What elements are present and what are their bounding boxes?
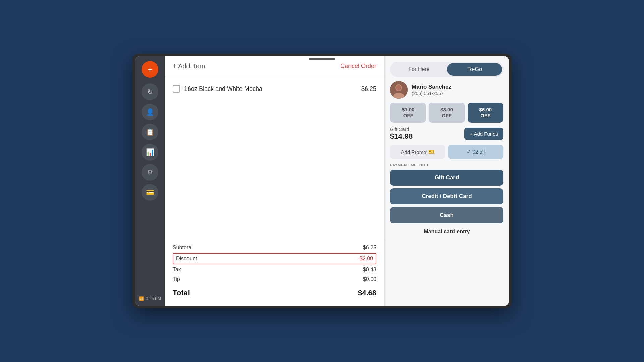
customer-name: Mario Sanchez <box>412 84 451 90</box>
promo-applied-button[interactable]: ✓ $2 off <box>448 145 503 159</box>
order-panel: + Add Item Cancel Order 16oz Black and W… <box>165 56 385 306</box>
discount-1-button[interactable]: $1.00 OFF <box>390 103 426 123</box>
sidebar-add-button[interactable]: + <box>142 61 158 78</box>
to-go-button[interactable]: To-Go <box>447 63 502 76</box>
order-item-row: 16oz Black and White Mocha $6.25 <box>173 80 376 97</box>
tax-value: $0.43 <box>363 267 376 273</box>
pay-cash-button[interactable]: Cash <box>390 207 503 223</box>
discount-1-amount: $1.00 <box>402 107 415 113</box>
item-name: 16oz Black and White Mocha <box>184 85 357 93</box>
discount-buttons: $1.00 OFF $3.00 OFF $6.00 OFF <box>390 103 503 123</box>
payment-section: PAYMENT METHOD Gift Card Credit / Debit … <box>390 163 503 237</box>
tip-row: Tip $0.00 <box>173 275 376 284</box>
promo-row: Add Promo 🎫 ✓ $2 off <box>390 145 503 159</box>
discount-3-amount: $3.00 <box>440 107 453 113</box>
subtotal-label: Subtotal <box>173 245 193 251</box>
svg-point-3 <box>396 85 401 90</box>
discount-3-button[interactable]: $3.00 OFF <box>429 103 465 123</box>
wifi-icon: 📶 <box>139 296 144 301</box>
discount-value: -$2.00 <box>358 256 373 262</box>
discount-1-label: OFF <box>403 113 413 119</box>
customer-avatar <box>390 81 408 99</box>
add-promo-button[interactable]: Add Promo 🎫 <box>390 145 445 159</box>
discount-6-amount: $6.00 <box>479 107 492 113</box>
sidebar-icon-reports[interactable]: 📋 <box>142 124 158 140</box>
sidebar-icon-payment[interactable]: 💳 <box>142 184 158 201</box>
discount-label: Discount <box>176 256 197 262</box>
promo-applied-label: ✓ $2 off <box>467 149 485 155</box>
customer-card: Mario Sanchez (206) 551-2557 <box>390 81 503 99</box>
gift-card-section: Gift Card $14.98 + Add Funds <box>390 127 503 141</box>
add-item-button[interactable]: + Add Item <box>173 62 205 70</box>
tax-row: Tax $0.43 <box>173 265 376 275</box>
for-here-button[interactable]: For Here <box>391 63 446 76</box>
total-value: $4.68 <box>358 289 376 297</box>
sidebar: + ↻ 👤 📋 📊 ⚙ 💳 📶 1:25 PM <box>135 56 165 306</box>
pay-credit-button[interactable]: Credit / Debit Card <box>390 188 503 204</box>
subtotal-row: Subtotal $6.25 <box>173 243 376 252</box>
sidebar-icon-analytics[interactable]: 📊 <box>142 144 158 161</box>
grand-total-row: Total $4.68 <box>173 285 376 299</box>
customer-phone: (206) 551-2557 <box>412 90 451 96</box>
pay-gift-card-button[interactable]: Gift Card <box>390 170 503 186</box>
sidebar-icon-customers[interactable]: 👤 <box>142 104 158 120</box>
tip-label: Tip <box>173 276 180 282</box>
item-price: $6.25 <box>361 85 376 93</box>
order-items-list: 16oz Black and White Mocha $6.25 <box>165 76 384 239</box>
gift-card-label: Gift Card <box>390 127 413 132</box>
tip-value: $0.00 <box>363 276 376 282</box>
add-funds-button[interactable]: + Add Funds <box>464 128 503 140</box>
discount-row: Discount -$2.00 <box>173 253 376 264</box>
sidebar-icon-orders[interactable]: ↻ <box>142 83 158 100</box>
order-totals: Subtotal $6.25 Discount -$2.00 Tax $0.43… <box>165 239 384 306</box>
payment-method-label: PAYMENT METHOD <box>390 163 503 167</box>
cancel-order-button[interactable]: Cancel Order <box>340 63 376 70</box>
total-label: Total <box>173 289 190 297</box>
item-checkbox[interactable] <box>173 85 180 93</box>
gift-card-info: Gift Card $14.98 <box>390 127 413 141</box>
subtotal-value: $6.25 <box>363 245 376 251</box>
status-bar: 📶 1:25 PM <box>139 296 161 301</box>
add-item-label: + Add Item <box>173 62 205 70</box>
manual-card-entry-button[interactable]: Manual card entry <box>390 226 503 237</box>
add-promo-label: Add Promo <box>401 149 426 155</box>
order-type-toggle: For Here To-Go <box>390 62 503 77</box>
time-display: 1:25 PM <box>146 296 161 301</box>
promo-icon: 🎫 <box>428 149 435 155</box>
discount-6-button[interactable]: $6.00 OFF <box>468 103 503 123</box>
discount-3-label: OFF <box>442 113 452 119</box>
tax-label: Tax <box>173 267 181 273</box>
order-header: + Add Item Cancel Order <box>165 56 384 76</box>
gift-card-amount: $14.98 <box>390 132 413 141</box>
sidebar-icon-settings[interactable]: ⚙ <box>142 164 158 181</box>
right-panel: For Here To-Go Mario Sanchez (206) 551 <box>385 56 509 306</box>
customer-info: Mario Sanchez (206) 551-2557 <box>412 84 451 96</box>
discount-6-label: OFF <box>480 113 490 119</box>
